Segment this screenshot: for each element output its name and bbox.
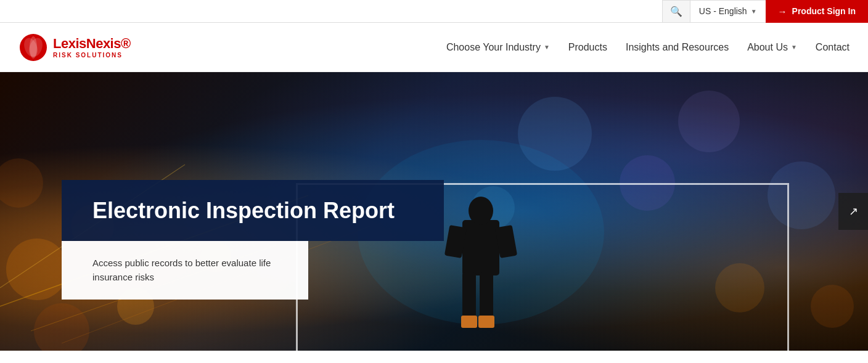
- logo-icon: [18, 33, 48, 62]
- nav-label-industry: Choose Your Industry: [446, 42, 541, 53]
- chevron-down-icon: ▼: [791, 44, 797, 51]
- hero-title: Electronic Inspection Report: [92, 197, 419, 224]
- language-selector[interactable]: US - English ▼: [690, 0, 766, 23]
- nav-item-about[interactable]: About Us ▼: [747, 36, 797, 59]
- logo[interactable]: LexisNexis® RISK SOLUTIONS: [18, 33, 131, 62]
- signin-label: Product Sign In: [792, 6, 856, 16]
- search-icon: 🔍: [670, 6, 682, 17]
- nav-menu: Choose Your Industry ▼ Products Insights…: [446, 36, 850, 59]
- nav-item-contact[interactable]: Contact: [816, 36, 850, 59]
- share-button[interactable]: ↗: [838, 193, 868, 230]
- nav-item-products[interactable]: Products: [568, 36, 607, 59]
- share-icon: ↗: [849, 205, 858, 218]
- main-nav: Choose Your Industry ▼ Products Insights…: [446, 36, 850, 59]
- hero-description-box: Access public records to better evaluate…: [62, 241, 308, 300]
- product-signin-button[interactable]: → Product Sign In: [766, 0, 868, 23]
- nav-label-contact: Contact: [816, 42, 850, 53]
- lang-label: US - English: [699, 6, 747, 16]
- search-button[interactable]: 🔍: [662, 0, 690, 23]
- site-header: LexisNexis® RISK SOLUTIONS Choose Your I…: [0, 23, 868, 72]
- hero-description: Access public records to better evaluate…: [92, 256, 284, 285]
- nav-item-insights[interactable]: Insights and Resources: [626, 36, 729, 59]
- nav-label-insights: Insights and Resources: [626, 42, 729, 53]
- logo-sub: RISK SOLUTIONS: [53, 52, 131, 59]
- signin-icon: →: [778, 6, 787, 17]
- hero-content: Electronic Inspection Report Access publ…: [62, 72, 444, 300]
- hero-title-box: Electronic Inspection Report: [62, 180, 444, 241]
- svg-point-3: [30, 36, 37, 59]
- nav-item-industry[interactable]: Choose Your Industry ▼: [446, 36, 550, 59]
- top-bar: 🔍 US - English ▼ → Product Sign In: [0, 0, 868, 23]
- nav-label-products: Products: [568, 42, 607, 53]
- nav-label-about: About Us: [747, 42, 788, 53]
- logo-text: LexisNexis® RISK SOLUTIONS: [53, 36, 131, 59]
- logo-name: LexisNexis®: [53, 36, 131, 52]
- hero-section: Electronic Inspection Report Access publ…: [0, 72, 868, 351]
- chevron-down-icon: ▼: [751, 8, 757, 15]
- chevron-down-icon: ▼: [544, 44, 550, 51]
